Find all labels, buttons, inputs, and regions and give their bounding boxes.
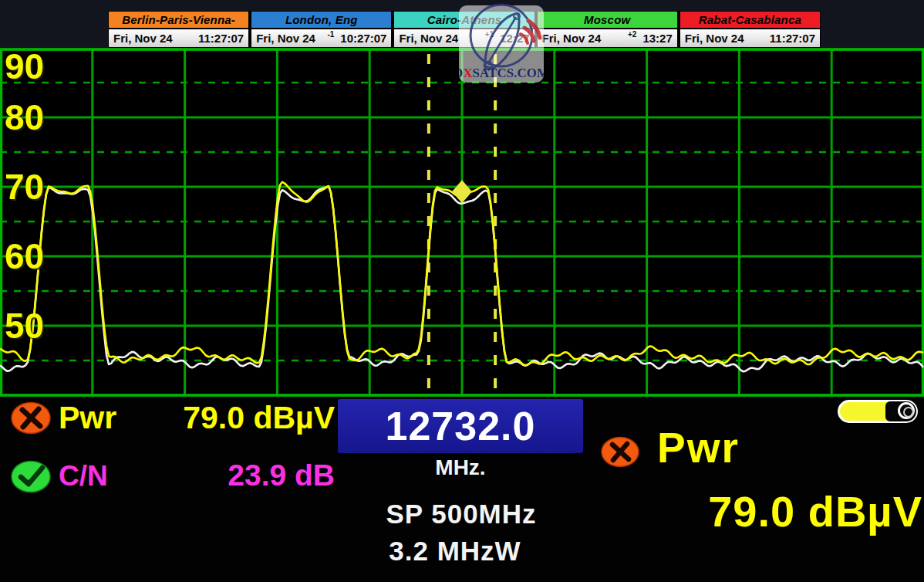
clock-utc-offset: +2 [628,30,636,39]
right-pwr-value: 79.0 dBµV [586,486,922,536]
pwr-label: Pwr [59,400,116,436]
clock-city-label: London, Eng [251,12,391,29]
clock-time: 11:27:07 [198,32,244,45]
dxsatcs-watermark: DXSATCS.COM [459,0,544,83]
clock-date: Fri, Nov 24 [399,32,458,45]
clock-time: 10:27:07 [340,32,386,45]
clock-date: Fri, Nov 24 [542,32,602,45]
y-axis-tick-label: 70 [5,167,44,207]
span-value: SP 500MHz [307,499,615,530]
bandwidth-value: 3.2 MHzW [301,536,609,567]
clock-rabat-casablanca: Rabat-Casablanca Fri, Nov 24 11:27:07 [680,11,821,49]
clock-date: Fri, Nov 24 [685,32,744,45]
y-axis-tick-label: 90 [5,46,44,86]
y-axis-tick-label: 80 [5,97,44,137]
clock-date: Fri, Nov 24 [256,32,315,45]
y-axis-tick-label: 50 [5,306,44,346]
clock-city-label: Berlin-Paris-Vienna-Roma [109,12,248,29]
frequency-input[interactable]: 12732.0 [338,399,583,453]
meter-screen: Berlin-Paris-Vienna-Roma Fri, Nov 24 11:… [0,0,924,582]
pwr-display-toggle[interactable] [838,400,918,423]
status-panel: Pwr 79.0 dBµV 12732.0 MHz. C/N 23.9 dB S… [0,397,924,582]
clock-berlin-paris-vienna-roma: Berlin-Paris-Vienna-Roma Fri, Nov 24 11:… [108,11,249,49]
pwr-status-x-icon [11,401,51,435]
clock-city-label: Moscow [538,12,677,29]
cn-label: C/N [59,460,108,492]
toggle-knob[interactable] [898,402,915,419]
y-axis-tick-label: 60 [5,236,44,276]
frequency-unit-label: MHz. [338,455,583,480]
spectrum-canvas[interactable] [0,48,924,397]
clock-time: 11:27:07 [770,32,815,45]
spectrum-display[interactable]: 9080706050 [0,48,924,397]
right-pwr-x-icon [600,435,640,469]
clock-moscow: Moscow Fri, Nov 24 +2 13:27 [537,11,678,49]
clock-time: 13:27 [642,32,672,45]
clock-utc-offset: -1 [327,30,334,39]
right-pwr-label: Pwr [657,423,740,472]
clock-date: Fri, Nov 24 [113,32,173,45]
pwr-value: 79.0 dBµV [116,400,335,436]
cn-status-check-icon [11,460,51,493]
clock-london: London, Eng Fri, Nov 24 -1 10:27:07 [251,11,392,49]
cn-value: 23.9 dB [116,458,335,492]
clock-city-label: Rabat-Casablanca [680,12,820,29]
watermark-text: DXSATCS.COM [459,66,544,80]
